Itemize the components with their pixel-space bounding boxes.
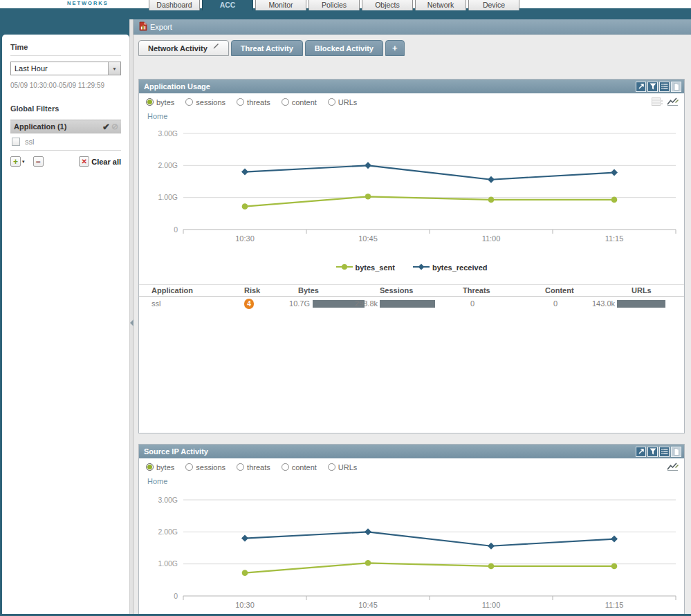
column-header-urls[interactable]: URLs (632, 286, 652, 295)
svg-text:3.00G: 3.00G (158, 496, 178, 504)
main-tab-device[interactable]: Device (468, 0, 519, 10)
radio-urls[interactable]: URLs (328, 98, 358, 106)
radio-circle-icon (328, 463, 335, 471)
filter-group-label: Application (1) (14, 122, 66, 131)
sessions-value: 298.8k (343, 299, 378, 308)
main-tab-objects[interactable]: Objects (362, 0, 413, 10)
radio-bytes[interactable]: bytes (146, 463, 174, 472)
column-header-threats[interactable]: Threats (463, 286, 490, 295)
chevron-down-icon[interactable]: ▾ (22, 159, 25, 165)
svg-text:0: 0 (174, 592, 178, 600)
add-tab-button[interactable]: + (385, 40, 405, 56)
filter-group-application[interactable]: Application (1) ✔ ⊘ (10, 120, 121, 133)
radio-label: threats (247, 463, 270, 472)
main-tab-acc[interactable]: ACC (202, 0, 253, 10)
radio-circle-icon (282, 98, 289, 106)
radio-circle-icon (146, 98, 154, 106)
add-filter-button[interactable]: + (10, 156, 21, 167)
radio-content[interactable]: content (282, 463, 317, 472)
radio-content[interactable]: content (282, 98, 317, 106)
radio-threats[interactable]: threats (237, 98, 270, 106)
tab-label: Blocked Activity (315, 44, 374, 53)
radio-circle-icon (328, 98, 335, 106)
tab-blocked-activity[interactable]: Blocked Activity (305, 40, 383, 56)
panel-header: Source IP Activity (139, 445, 684, 458)
chart-view-icon[interactable] (667, 462, 679, 472)
tab-network-activity[interactable]: Network Activity (138, 40, 229, 56)
main-tab-policies[interactable]: Policies (308, 0, 360, 10)
column-header-content[interactable]: Content (545, 286, 574, 295)
filter-icon[interactable] (647, 447, 658, 457)
view-icons (652, 97, 679, 107)
list-view-icon[interactable] (659, 82, 670, 92)
export-page-icon[interactable] (671, 82, 681, 92)
breadcrumb-home-link[interactable]: Home (147, 477, 167, 485)
content-value: 0 (530, 299, 558, 308)
export-button[interactable]: Export (139, 21, 172, 32)
export-page-icon[interactable] (671, 447, 681, 457)
radio-circle-icon (282, 463, 289, 471)
radio-threats[interactable]: threats (237, 463, 270, 472)
source-ip-activity-chart: 3.00G2.00G1.00G010:3010:4511:0011:15 (142, 487, 681, 613)
legend-bytes_sent: bytes_sent (336, 263, 395, 272)
radio-urls[interactable]: URLs (328, 463, 358, 472)
time-range-select[interactable]: Last Hour ▼ (10, 62, 121, 75)
block-icon[interactable]: ⊘ (111, 122, 118, 131)
filter-icon[interactable] (647, 82, 658, 92)
main-tab-network[interactable]: Network (415, 0, 466, 10)
radio-label: content (292, 463, 317, 472)
main-tab-monitor[interactable]: Monitor (255, 0, 306, 10)
filter-item-list: ssl (10, 138, 121, 146)
radio-dot (147, 100, 152, 104)
app-window: NETWORKS DashboardACCMonitorPoliciesObje… (0, 0, 691, 616)
global-filters-heading: Global Filters (10, 104, 121, 113)
chevron-down-icon[interactable]: ▼ (108, 62, 120, 75)
radio-circle-icon (146, 463, 154, 471)
maximize-icon[interactable] (636, 82, 646, 92)
time-range-selected-value: Last Hour (15, 64, 48, 73)
maximize-icon[interactable] (636, 447, 646, 457)
panel-title: Application Usage (144, 82, 210, 91)
remove-filter-button[interactable]: − (33, 156, 44, 167)
filter-item-ssl[interactable]: ssl (12, 138, 121, 146)
circle-marker-icon (336, 263, 353, 272)
chart-view-icon[interactable] (667, 97, 679, 107)
table-header-row: ApplicationRiskBytesSessionsThreatsConte… (139, 284, 684, 297)
radio-circle-icon (185, 98, 193, 106)
risk-badge: 4 (244, 299, 254, 309)
view-icons (667, 462, 679, 472)
radio-circle-icon (237, 98, 244, 106)
svg-text:11:15: 11:15 (605, 601, 624, 609)
application-link[interactable]: ssl (151, 299, 160, 308)
radio-label: bytes (156, 463, 174, 472)
panel-source-ip-activity: Source IP Activity bytessessionsthreatsc… (138, 444, 685, 616)
svg-text:2.00G: 2.00G (158, 528, 178, 536)
breadcrumb-home-link[interactable]: Home (147, 112, 167, 120)
metric-radio-group: bytessessionsthreatscontentURLs (146, 97, 679, 107)
svg-text:1.00G: 1.00G (158, 193, 178, 201)
radio-dot (147, 465, 152, 469)
column-header-bytes[interactable]: Bytes (298, 286, 319, 295)
radio-bytes[interactable]: bytes (146, 98, 174, 106)
export-toolbar: Export (133, 19, 691, 35)
edit-tab-icon[interactable] (213, 42, 219, 50)
radio-sessions[interactable]: sessions (185, 98, 225, 106)
radio-sessions[interactable]: sessions (185, 463, 225, 472)
column-header-risk[interactable]: Risk (244, 286, 260, 295)
legend-label: bytes_received (432, 263, 488, 272)
tab-label: + (392, 43, 398, 53)
list-view-icon[interactable] (659, 447, 670, 457)
tab-threat-activity[interactable]: Threat Activity (231, 40, 303, 56)
table-view-disabled-icon (652, 97, 663, 107)
clear-all-x-icon: ✕ (79, 156, 89, 167)
svg-text:10:45: 10:45 (358, 234, 378, 243)
bytes-value: 10.7G (275, 299, 310, 308)
column-header-application[interactable]: Application (151, 286, 193, 295)
check-icon[interactable]: ✔ (102, 122, 110, 132)
metric-radio-group: bytessessionsthreatscontentURLs (146, 462, 679, 472)
main-nav-tabs: DashboardACCMonitorPoliciesObjectsNetwor… (149, 0, 519, 10)
main-tab-dashboard[interactable]: Dashboard (149, 0, 200, 10)
clear-all-button[interactable]: ✕ Clear all (79, 156, 121, 167)
checkbox[interactable] (12, 138, 20, 146)
column-header-sessions[interactable]: Sessions (380, 286, 413, 295)
